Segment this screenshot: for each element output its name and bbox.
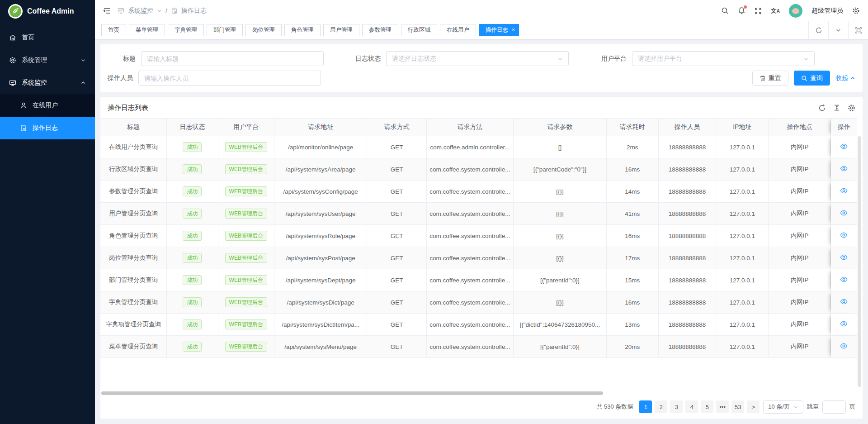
notifications-button[interactable]	[738, 7, 745, 15]
filter-actions: 重置 查询 收起	[752, 71, 855, 86]
close-tab-icon[interactable]: ×	[512, 27, 515, 33]
jump-page-input[interactable]	[822, 400, 846, 414]
chevron-down-icon	[557, 56, 563, 62]
cell-ip: 127.0.0.1	[716, 247, 769, 269]
cell-location: 内网IP	[769, 336, 830, 358]
breadcrumb-level1[interactable]: 系统监控	[128, 7, 153, 15]
column-settings-gear-icon[interactable]	[848, 104, 855, 112]
operator-input[interactable]	[138, 71, 321, 86]
tab-item[interactable]: 角色管理	[284, 24, 321, 36]
page-button[interactable]: 2	[655, 400, 667, 413]
cell-request-url: /api/system/sysPost/page	[274, 247, 367, 269]
reset-label: 重置	[769, 74, 781, 82]
cell-actions	[831, 136, 857, 158]
tab-item[interactable]: 首页	[101, 24, 126, 36]
sidebar-item-online-users[interactable]: 在线用户	[0, 94, 95, 117]
cell-user-platform: WEB管理后台	[218, 181, 274, 203]
page-button[interactable]: 3	[670, 400, 683, 413]
cell-request-url: /api/system/sysUser/page	[274, 203, 367, 225]
view-detail-eye-icon[interactable]	[840, 187, 848, 195]
tab-item[interactable]: 行政区域	[401, 24, 437, 36]
cell-operator: 18888888888	[659, 136, 716, 158]
tab-item[interactable]: 岗位管理	[245, 24, 282, 36]
cell-ip: 127.0.0.1	[716, 181, 769, 203]
chevron-down-icon	[835, 27, 841, 33]
page-size-select[interactable]: 10 条/页	[763, 400, 803, 414]
tab-item[interactable]: 在线用户	[440, 24, 476, 36]
tab-operation-log-active[interactable]: 操作日志×	[479, 24, 519, 36]
tabs-menu-button[interactable]	[828, 21, 848, 39]
platform-badge: WEB管理后台	[225, 319, 267, 329]
log-file-icon	[20, 124, 27, 132]
tab-item[interactable]: 部门管理	[207, 24, 243, 36]
page-button[interactable]: 4	[685, 400, 698, 413]
cell-user-platform: WEB管理后台	[218, 225, 274, 247]
cell-location: 内网IP	[769, 269, 830, 291]
chevron-down-icon[interactable]	[157, 8, 162, 13]
tab-item[interactable]: 字典管理	[168, 24, 204, 36]
cell-request-params: [{"dictId":140647326180950...	[514, 314, 606, 336]
page-button[interactable]: 53	[731, 400, 744, 413]
user-platform-select[interactable]: 请选择用户平台	[632, 51, 815, 66]
refresh-tab-button[interactable]	[808, 21, 828, 39]
col-location: 操作地点	[769, 118, 830, 136]
page-button[interactable]: 5	[701, 400, 713, 413]
tab-item[interactable]: 菜单管理	[129, 24, 165, 36]
cell-request-handler: com.coffee.admin.controller...	[427, 136, 514, 158]
collapse-sidebar-icon[interactable]	[103, 7, 111, 15]
settings-gear-icon[interactable]	[852, 7, 860, 14]
view-detail-eye-icon[interactable]	[840, 143, 848, 150]
sidebar-item-system-mgmt[interactable]: 系统管理	[0, 49, 95, 71]
view-detail-eye-icon[interactable]	[840, 298, 848, 305]
chevron-up-icon	[850, 76, 855, 81]
tab-item[interactable]: 参数管理	[362, 24, 398, 36]
sidebar-item-operation-log[interactable]: 操作日志	[0, 117, 95, 139]
row-height-icon[interactable]	[833, 104, 840, 111]
cell-request-params: [{"parentId":0}]	[514, 336, 606, 358]
title-input[interactable]	[141, 51, 324, 66]
cell-request-handler: com.coffee.system.controlle...	[427, 158, 514, 181]
log-status-select[interactable]: 请选择日志状态	[386, 51, 569, 66]
fullscreen-icon[interactable]	[755, 7, 762, 14]
next-page-button[interactable]: >	[747, 400, 760, 413]
language-switch-icon[interactable]: 文A	[771, 7, 780, 15]
cell-operator: 18888888888	[659, 181, 716, 203]
view-detail-eye-icon[interactable]	[840, 342, 848, 350]
cell-log-status: 成功	[167, 291, 218, 314]
cell-title: 行政区域分页查询	[100, 158, 167, 181]
query-button[interactable]: 查询	[794, 71, 830, 86]
maximize-content-button[interactable]	[848, 21, 868, 39]
cell-operator: 18888888888	[659, 203, 716, 225]
current-user-name[interactable]: 超级管理员	[811, 7, 843, 15]
refresh-icon[interactable]	[818, 104, 826, 112]
cell-request-duration: 16ms	[607, 158, 659, 181]
reset-button[interactable]: 重置	[752, 71, 788, 86]
view-detail-eye-icon[interactable]	[840, 231, 848, 239]
page-button[interactable]: •••	[716, 400, 729, 413]
sidebar-item-home[interactable]: 首页	[0, 26, 95, 49]
cell-user-platform: WEB管理后台	[218, 336, 274, 358]
tab-item[interactable]: 用户管理	[323, 24, 359, 36]
pagination-total: 共 530 条数据	[596, 403, 633, 411]
horizontal-scrollbar-thumb[interactable]	[101, 391, 603, 395]
avatar[interactable]	[789, 4, 802, 18]
tab-label: 部门管理	[213, 27, 236, 33]
sidebar-item-system-monitor[interactable]: 系统监控	[0, 71, 95, 94]
notification-badge	[744, 5, 747, 9]
view-detail-eye-icon[interactable]	[840, 320, 848, 328]
platform-badge: WEB管理后台	[225, 342, 267, 352]
view-detail-eye-icon[interactable]	[840, 165, 848, 172]
collapse-filter-link[interactable]: 收起	[835, 74, 855, 82]
vertical-scrollbar[interactable]	[858, 136, 861, 387]
tabs-controls	[808, 21, 868, 39]
page-button-active[interactable]: 1	[639, 400, 652, 413]
table-row: 岗位管理分页查询 成功 WEB管理后台 /api/system/sysPost/…	[100, 247, 857, 269]
col-ip: IP地址	[716, 118, 769, 136]
view-detail-eye-icon[interactable]	[840, 276, 848, 283]
search-icon[interactable]	[721, 7, 729, 14]
cell-operator: 18888888888	[659, 158, 716, 181]
home-icon	[9, 34, 16, 41]
view-detail-eye-icon[interactable]	[840, 253, 848, 261]
cell-request-handler: com.coffee.system.controlle...	[427, 314, 514, 336]
view-detail-eye-icon[interactable]	[840, 209, 848, 217]
